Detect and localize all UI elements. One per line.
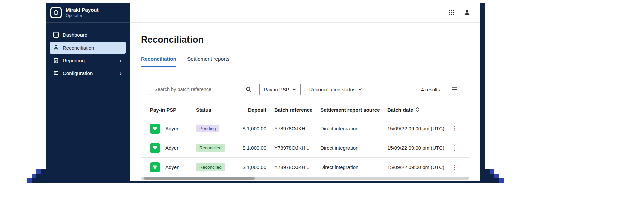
batch-reference: Y78978OJKH... [274, 126, 320, 131]
results-count: 4 results [421, 87, 440, 92]
scrollbar-thumb[interactable] [144, 177, 255, 180]
adyen-logo-icon [150, 162, 160, 172]
frame-pixel-accent [27, 178, 32, 183]
chevron-right-icon: › [119, 70, 122, 76]
frame-pixel-block [490, 174, 494, 183]
frame-pixel-block [36, 174, 41, 183]
adyen-logo-icon [150, 124, 160, 134]
reporting-icon [53, 57, 59, 63]
table-row: Adyen Reconciled $ 1,000.00 Y78978OJKH..… [141, 138, 469, 158]
mirakl-logo-hexagon-icon [51, 8, 61, 17]
sidebar-menu: Dashboard Reconciliation [46, 23, 130, 85]
settlement-source: Direct integration [320, 145, 387, 151]
frame-pixel-accent [32, 174, 36, 178]
sidebar-item-dashboard[interactable]: Dashboard [50, 29, 126, 41]
tab-reconciliation[interactable]: Reconciliation [141, 56, 176, 67]
psp-filter-dropdown[interactable]: Pay-in PSP [259, 84, 301, 95]
row-actions-kebab-icon[interactable]: ⋮ [450, 163, 460, 171]
status-badge: Reconciled [196, 144, 225, 152]
page-canvas: Mirakl Payout Operator Dashboard [0, 0, 644, 224]
search-input[interactable] [150, 84, 255, 95]
table-header: Pay-in PSP Status Deposit Batch referenc… [141, 101, 469, 119]
mirakl-logo [50, 7, 62, 18]
filter-bar: Pay-in PSP Reconciliation status 4 resul… [141, 76, 469, 101]
frame-pixel-block [485, 169, 490, 183]
frame-pixel-accent [490, 169, 494, 174]
batch-date: 15/09/22 09:00 pm (UTC) [387, 126, 450, 131]
status-badge: Reconciled [196, 163, 225, 171]
frame-pixel-block [41, 169, 46, 183]
apps-grid-icon[interactable] [449, 10, 455, 16]
deposit-amount: $ 1,000.00 [242, 145, 274, 151]
topbar [130, 3, 480, 23]
col-batch-date: Batch date [387, 107, 450, 113]
chevron-down-icon [292, 88, 296, 91]
frame-pixel-block [32, 178, 36, 183]
row-actions-kebab-icon[interactable]: ⋮ [450, 125, 460, 132]
table-row: Adyen Reconciled $ 1,000.00 Y78978OJKH..… [141, 158, 469, 177]
sidebar-item-reconciliation[interactable]: Reconciliation [50, 42, 126, 54]
sort-icon[interactable] [416, 107, 419, 112]
frame-pixel-accent [499, 178, 504, 183]
configuration-icon [53, 70, 59, 76]
app-identity: Mirakl Payout Operator [66, 7, 99, 18]
batch-reference: Y78978OJKH... [274, 164, 320, 170]
app-subtitle: Operator [66, 13, 99, 18]
frame-pixel-accent [494, 174, 499, 178]
batch-date: 15/09/22 09:00 pm (UTC) [387, 164, 450, 170]
frame-pixel-block [494, 178, 499, 183]
settlement-source: Direct integration [320, 164, 387, 170]
tab-bar: Reconciliation Settlement reports [130, 56, 480, 67]
sidebar-item-label: Reporting [63, 58, 85, 63]
psp-filter-label: Pay-in PSP [264, 87, 289, 92]
col-psp: Pay-in PSP [150, 107, 196, 113]
app-title: Mirakl Payout [66, 7, 99, 13]
col-settlement-source: Settlement report source [320, 107, 387, 113]
psp-name: Adyen [165, 164, 180, 170]
col-batch-reference: Batch reference [274, 107, 320, 113]
status-filter-dropdown[interactable]: Reconciliation status [305, 84, 367, 95]
reconciliation-panel: Pay-in PSP Reconciliation status 4 resul… [141, 76, 469, 181]
sidebar-item-configuration[interactable]: Configuration › [50, 67, 126, 79]
search-box [150, 84, 255, 95]
list-view-toggle[interactable] [449, 84, 460, 95]
sidebar-header: Mirakl Payout Operator [46, 3, 130, 23]
sidebar: Mirakl Payout Operator Dashboard [46, 3, 130, 183]
psp-name: Adyen [165, 126, 180, 131]
frame-pixel-accent [36, 169, 41, 174]
deposit-amount: $ 1,000.00 [242, 164, 274, 170]
sidebar-item-reporting[interactable]: Reporting › [50, 54, 126, 66]
batch-reference: Y78978OJKH... [274, 145, 320, 151]
row-actions-kebab-icon[interactable]: ⋮ [450, 144, 460, 152]
main-area: Reconciliation Reconciliation Settlement… [130, 3, 480, 181]
psp-name: Adyen [165, 145, 180, 151]
user-icon[interactable] [464, 9, 470, 16]
chevron-down-icon [358, 88, 362, 91]
horizontal-scrollbar[interactable] [141, 177, 469, 180]
table-row: Adyen Pending $ 1,000.00 Y78978OJKH... D… [141, 119, 469, 138]
hamburger-icon [452, 87, 457, 92]
batch-date: 15/09/22 09:00 pm (UTC) [387, 145, 450, 151]
app-window: Mirakl Payout Operator Dashboard [46, 3, 485, 183]
search-icon[interactable] [246, 86, 252, 94]
chevron-right-icon: › [119, 57, 122, 64]
col-deposit: Deposit [242, 107, 274, 113]
dashboard-icon [53, 32, 59, 38]
page-title: Reconciliation [141, 34, 469, 45]
adyen-logo-icon [150, 143, 160, 153]
sidebar-item-label: Dashboard [63, 32, 87, 38]
settlement-source: Direct integration [320, 126, 387, 131]
reconciliation-icon [53, 45, 59, 51]
sidebar-item-label: Reconciliation [63, 45, 94, 51]
status-badge: Pending [196, 125, 219, 132]
tab-settlement-reports[interactable]: Settlement reports [187, 56, 230, 67]
col-status: Status [196, 107, 242, 113]
deposit-amount: $ 1,000.00 [242, 126, 274, 131]
status-filter-label: Reconciliation status [309, 87, 356, 92]
sidebar-item-label: Configuration [63, 70, 93, 76]
